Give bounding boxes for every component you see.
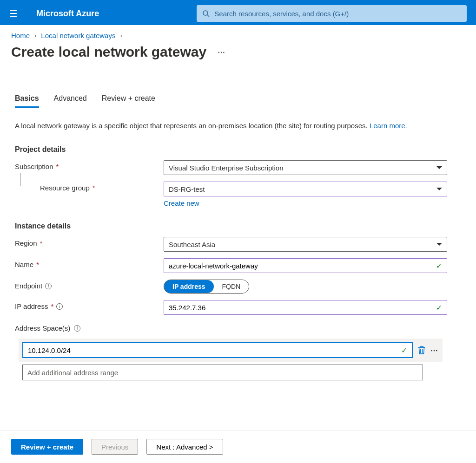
chevron-right-icon: › [120,32,122,39]
svg-point-0 [203,11,208,15]
trash-icon[interactable] [417,346,426,355]
breadcrumb: Home › Local network gateways › [11,32,465,39]
tab-advanced[interactable]: Advanced [54,94,87,108]
label-endpoint: Endpoint i [15,280,164,290]
region-select[interactable]: Southeast Asia [164,237,447,252]
ip-address-input[interactable]: ✓ [164,300,447,315]
section-instance-details: Instance details [11,222,465,230]
chevron-down-icon [436,166,442,169]
page-title: Create local network gateway [11,44,206,60]
address-range-add-input[interactable] [22,365,423,380]
chevron-down-icon [436,243,442,246]
global-search[interactable] [197,5,467,22]
svg-line-1 [207,15,209,17]
endpoint-option-ip[interactable]: IP address [164,280,214,293]
description: A local network gateway is a specific ob… [11,121,465,130]
more-icon[interactable]: ⋯ [430,346,439,355]
hamburger-menu-icon[interactable]: ☰ [6,4,21,23]
breadcrumb-home[interactable]: Home [11,32,30,39]
search-input[interactable] [214,10,461,18]
create-new-link[interactable]: Create new [164,199,199,207]
subscription-select[interactable]: Visual Studio Enterprise Subscription [164,160,447,175]
address-range-row: ✓ ⋯ [19,339,443,362]
endpoint-option-fqdn[interactable]: FQDN [214,280,249,293]
tab-basics[interactable]: Basics [15,94,39,108]
chevron-right-icon: › [34,32,36,39]
tab-review[interactable]: Review + create [102,94,155,108]
search-icon [202,10,210,17]
azure-header: ☰ Microsoft Azure [0,2,476,25]
address-range-input[interactable]: ✓ [22,342,413,358]
learn-more-link[interactable]: Learn more. [370,122,407,130]
tabs: Basics Advanced Review + create [11,94,465,108]
page-more-icon[interactable]: ⋯ [218,48,226,57]
info-icon[interactable]: i [74,325,80,332]
name-input[interactable]: ✓ [164,258,447,273]
endpoint-toggle: IP address FQDN [164,280,249,293]
section-project-details: Project details [11,145,465,154]
info-icon[interactable]: i [45,283,52,289]
label-name: Name * [15,258,164,268]
label-region: Region * [15,237,164,247]
brand-label: Microsoft Azure [36,9,99,19]
chevron-down-icon [436,188,442,190]
check-icon: ✓ [436,303,442,312]
breadcrumb-parent[interactable]: Local network gateways [41,32,115,39]
label-ip-address: IP address * i [15,300,164,310]
label-resource-group: Resource group * [15,182,164,192]
label-subscription: Subscription * [15,160,164,170]
check-icon: ✓ [436,261,442,270]
resource-group-select[interactable]: DS-RG-test [164,182,447,196]
label-address-spaces: Address Space(s) i [15,324,465,332]
check-icon: ✓ [401,346,407,355]
info-icon[interactable]: i [56,303,63,310]
